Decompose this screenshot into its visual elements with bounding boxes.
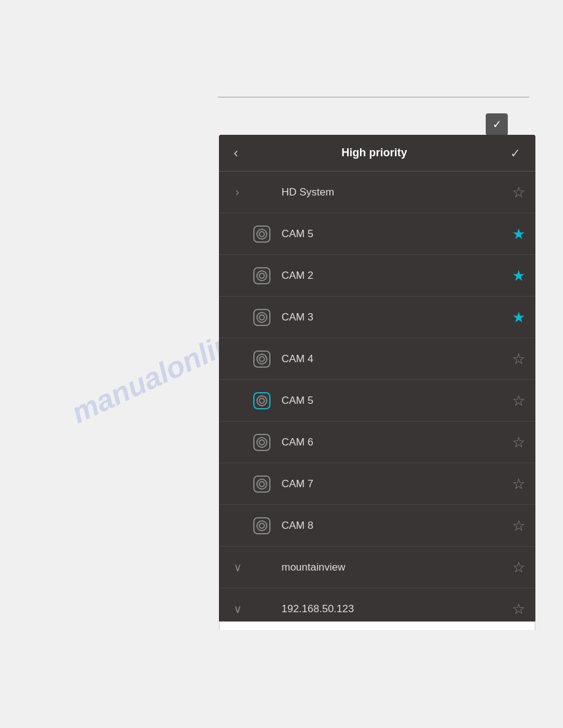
row-label-cam7: CAM 7 xyxy=(282,478,512,490)
list-row-cam2[interactable]: CAM 2★ xyxy=(219,255,535,297)
star-icon-cam6[interactable]: ☆ xyxy=(512,434,526,451)
row-label-hd-system: HD System xyxy=(282,186,512,199)
list-row-cam5-priority[interactable]: CAM 5★ xyxy=(219,213,535,255)
expand-icon-ip-addr: ∨ xyxy=(229,602,246,616)
top-area xyxy=(0,0,563,98)
divider-top xyxy=(218,97,529,97)
list-row-mountainview[interactable]: ∨mountainview☆ xyxy=(219,547,535,588)
bottom-area xyxy=(0,630,563,728)
star-icon-cam2[interactable]: ★ xyxy=(512,267,526,284)
list-row-cam3[interactable]: CAM 3★ xyxy=(219,297,535,338)
expand-icon-mountainview: ∨ xyxy=(229,561,246,574)
svg-point-23 xyxy=(259,523,264,528)
svg-point-16 xyxy=(257,438,267,447)
camera-list: ›HD System☆ CAM 5★ CAM 2★ CAM 3★ CAM 4☆ … xyxy=(219,172,535,630)
row-label-cam2: CAM 2 xyxy=(282,270,512,282)
camera-icon-cam5-priority xyxy=(251,223,273,245)
star-icon-mountainview[interactable]: ☆ xyxy=(512,559,526,576)
star-icon-cam7[interactable]: ☆ xyxy=(512,476,526,493)
svg-rect-6 xyxy=(254,309,270,325)
svg-point-7 xyxy=(257,313,267,322)
camera-icon-cam2 xyxy=(251,265,273,287)
list-row-hd-system[interactable]: ›HD System☆ xyxy=(219,172,535,213)
list-row-cam7[interactable]: CAM 7☆ xyxy=(219,463,535,505)
row-label-cam3: CAM 3 xyxy=(282,311,512,324)
star-icon-cam3[interactable]: ★ xyxy=(512,309,526,326)
confirm-button-outer[interactable]: ✓ xyxy=(486,113,508,135)
svg-rect-0 xyxy=(254,226,270,242)
camera-icon-cam5-list xyxy=(251,390,273,412)
row-label-ip-addr: 192.168.50.123 xyxy=(282,603,512,615)
camera-icon-cam3 xyxy=(251,306,273,328)
camera-icon-cam7 xyxy=(251,473,273,495)
svg-point-5 xyxy=(259,273,264,278)
star-icon-cam5-list[interactable]: ☆ xyxy=(512,392,526,409)
svg-rect-12 xyxy=(254,393,270,409)
star-icon-ip-addr[interactable]: ☆ xyxy=(512,601,526,618)
camera-icon-cam4 xyxy=(251,348,273,370)
panel-title: High priority xyxy=(243,146,505,159)
svg-point-2 xyxy=(259,232,264,237)
svg-rect-9 xyxy=(254,351,270,367)
panel-header: ‹ High priority ✓ xyxy=(219,135,535,172)
svg-point-1 xyxy=(257,229,267,239)
svg-rect-15 xyxy=(254,434,270,450)
star-icon-cam5-priority[interactable]: ★ xyxy=(512,226,526,243)
svg-point-13 xyxy=(257,396,267,406)
expand-icon-hd-system: › xyxy=(229,186,246,199)
svg-rect-21 xyxy=(254,518,270,534)
back-button[interactable]: ‹ xyxy=(229,143,243,164)
svg-point-19 xyxy=(257,479,267,489)
row-label-cam5-list: CAM 5 xyxy=(282,395,512,407)
svg-point-17 xyxy=(259,440,264,445)
svg-point-20 xyxy=(259,482,264,487)
main-panel: ‹ High priority ✓ ›HD System☆ CAM 5★ CAM… xyxy=(219,135,535,630)
star-icon-hd-system[interactable]: ☆ xyxy=(512,184,526,201)
camera-icon-cam8 xyxy=(251,515,273,537)
row-label-cam5-priority: CAM 5 xyxy=(282,228,512,240)
row-label-cam8: CAM 8 xyxy=(282,520,512,532)
list-row-cam8[interactable]: CAM 8☆ xyxy=(219,505,535,547)
svg-rect-3 xyxy=(254,268,270,284)
svg-rect-18 xyxy=(254,476,270,492)
svg-point-22 xyxy=(257,521,267,531)
svg-point-8 xyxy=(259,315,264,320)
star-icon-cam4[interactable]: ☆ xyxy=(512,351,526,368)
row-label-mountainview: mountainview xyxy=(282,561,512,574)
page-wrapper: ✓ manualonline.com ‹ High priority ✓ ›HD… xyxy=(0,0,563,728)
svg-point-4 xyxy=(257,271,267,281)
confirm-check-icon[interactable]: ✓ xyxy=(505,143,526,163)
svg-point-11 xyxy=(259,357,264,362)
list-row-cam4[interactable]: CAM 4☆ xyxy=(219,338,535,380)
list-row-cam5-list[interactable]: CAM 5☆ xyxy=(219,380,535,422)
svg-point-10 xyxy=(257,354,267,364)
row-label-cam6: CAM 6 xyxy=(282,436,512,449)
list-row-cam6[interactable]: CAM 6☆ xyxy=(219,422,535,463)
svg-point-14 xyxy=(259,398,264,403)
row-label-cam4: CAM 4 xyxy=(282,353,512,365)
camera-icon-cam6 xyxy=(251,431,273,453)
star-icon-cam8[interactable]: ☆ xyxy=(512,517,526,534)
